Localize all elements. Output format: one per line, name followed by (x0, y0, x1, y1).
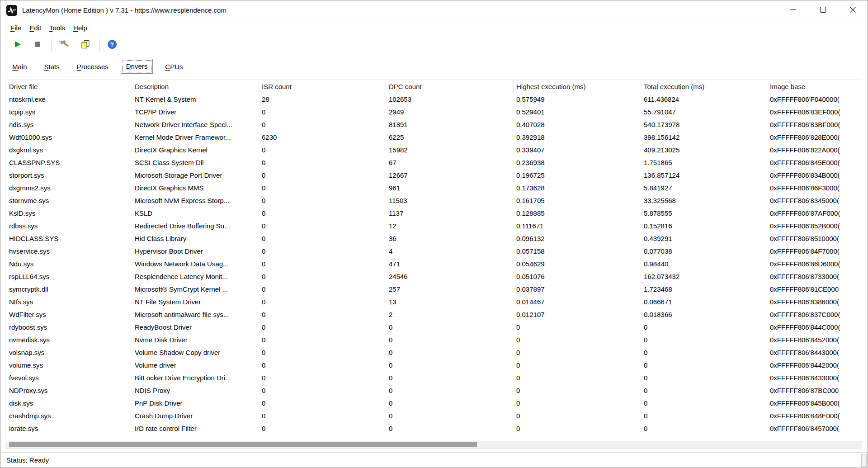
table-cell: 0xFFFFF806'8510000( (767, 232, 862, 245)
table-cell: 0.529401 (514, 106, 641, 118)
table-cell: 257 (386, 283, 514, 296)
minimize-button[interactable] (778, 0, 808, 20)
table-row[interactable]: rdyboost.sysReadyBoost Driver00000xFFFFF… (6, 321, 862, 334)
table-cell: volsnap.sys (6, 346, 132, 359)
table-cell: 0xFFFFF806'86F3000( (767, 182, 862, 194)
column-header-5[interactable]: Total execution (ms) (641, 80, 767, 93)
toolbar: ? (0, 35, 868, 55)
status-bar: Status: Ready (0, 452, 868, 468)
table-row[interactable]: Ndu.sysWindows Network Data Usag...04710… (6, 258, 862, 270)
copy-report-button[interactable] (79, 38, 92, 52)
table-cell: 0 (386, 422, 514, 435)
column-header-1[interactable]: Description (132, 80, 259, 93)
table-row[interactable]: volsnap.sysVolume Shadow Copy driver0000… (6, 346, 862, 359)
menu-item-edit[interactable]: Edit (25, 22, 45, 34)
table-row[interactable]: tcpip.sysTCP/IP Driver029490.52940155.79… (6, 106, 862, 118)
table-cell: Wdf01000.sys (6, 131, 132, 144)
table-row[interactable]: dxgmms2.sysDirectX Graphics MMS09610.173… (6, 182, 862, 194)
table-cell: 0xFFFFF806'852B000( (767, 220, 862, 232)
table-row[interactable]: rdbss.sysRedirected Drive Buffering Su..… (6, 220, 862, 232)
table-row[interactable]: WdFilter.sysMicrosoft antimalware file s… (6, 308, 862, 321)
close-button[interactable] (838, 0, 868, 20)
table-row[interactable]: stornvme.sysMicrosoft NVM Express Storp.… (6, 194, 862, 207)
table-row[interactable]: CLASSPNP.SYSSCSI Class System Dll0670.23… (6, 156, 862, 169)
table-cell: rdyboost.sys (6, 321, 132, 334)
table-cell: 4 (386, 245, 514, 258)
table-cell: 0xFFFFF806'844C000( (767, 321, 862, 334)
table-cell: 0.575949 (514, 93, 641, 106)
table-cell: 0.018366 (641, 308, 767, 321)
table-cell: 0xFFFFF806'86D6000( (767, 258, 862, 270)
table-cell: DirectX Graphics Kernel (132, 144, 259, 156)
table-row[interactable]: hvservice.sysHypervisor Boot Driver040.0… (6, 245, 862, 258)
table-cell: 0.161705 (514, 194, 641, 207)
table-cell: 0xFFFFF806'822A000( (767, 144, 862, 156)
table-row[interactable]: HIDCLASS.SYSHid Class Library0360.096132… (6, 232, 862, 245)
table-cell: 0 (386, 397, 514, 410)
menu-item-tools[interactable]: Tools (45, 22, 69, 34)
table-cell: dxgkrnl.sys (6, 144, 132, 156)
column-header-0[interactable]: Driver file (6, 80, 132, 93)
table-cell: 15982 (386, 144, 514, 156)
table-row[interactable]: dxgkrnl.sysDirectX Graphics Kernel015982… (6, 144, 862, 156)
table-row[interactable]: KslD.sysKSLD011370.1288855.8785550xFFFFF… (6, 207, 862, 220)
table-row[interactable]: disk.sysPnP Disk Driver00000xFFFFF806'84… (6, 397, 862, 410)
table-cell: dxgmms2.sys (6, 182, 132, 194)
table-cell: 0 (259, 346, 386, 359)
table-cell: 1.723468 (641, 283, 767, 296)
column-header-2[interactable]: ISR count (259, 80, 386, 93)
table-row[interactable]: iorate.sysI/O rate control Filter00000xF… (6, 422, 862, 435)
horizontal-scrollbar[interactable] (6, 441, 862, 448)
table-cell: 0 (259, 372, 386, 384)
table-cell: 0 (259, 422, 386, 435)
table-cell: 33.325568 (641, 194, 767, 207)
copy-pages-icon (80, 39, 90, 51)
tab-drivers[interactable]: Drivers (121, 59, 153, 74)
menu-item-file[interactable]: File (6, 22, 25, 34)
table-row[interactable]: Ntfs.sysNT File System Driver0130.014467… (6, 296, 862, 308)
maximize-button[interactable] (808, 0, 838, 20)
start-monitor-button[interactable] (11, 38, 24, 52)
table-cell: disk.sys (6, 397, 132, 410)
scrollbar-thumb[interactable] (9, 442, 477, 447)
table-cell: 67 (386, 156, 514, 169)
resize-grip[interactable] (861, 454, 867, 467)
table-row[interactable]: fvevol.sysBitLocker Drive Encryption Dri… (6, 372, 862, 384)
stop-monitor-button[interactable] (31, 38, 44, 52)
tools-button[interactable] (57, 38, 71, 52)
tab-main[interactable]: Main (7, 60, 32, 74)
table-cell: 0 (514, 422, 641, 435)
table-row[interactable]: symcryptk.dllMicrosoft® SymCrypt Kernel … (6, 283, 862, 296)
table-cell: ntoskrnl.exe (6, 93, 132, 106)
table-row[interactable]: ntoskrnl.exeNT Kernel & System281026530.… (6, 93, 862, 106)
table-cell: 471 (386, 258, 514, 270)
menu-item-help[interactable]: Help (69, 22, 91, 34)
table-cell: 0 (641, 397, 767, 410)
table-cell: 13 (386, 296, 514, 308)
column-header-6[interactable]: Image base (767, 80, 862, 93)
table-cell: 0.236938 (514, 156, 641, 169)
table-cell: Crash Dump Driver (132, 410, 259, 422)
help-button[interactable]: ? (105, 38, 119, 52)
tab-cpus[interactable]: CPUs (160, 60, 188, 74)
column-header-4[interactable]: Highest execution (ms) (514, 80, 641, 93)
column-header-3[interactable]: DPC count (386, 80, 514, 93)
table-row[interactable]: rspLLL64.sysResplendence Latency Monit..… (6, 270, 862, 283)
table-row[interactable]: storport.sysMicrosoft Storage Port Drive… (6, 169, 862, 182)
tab-stats[interactable]: Stats (39, 60, 65, 74)
table-cell: 0 (514, 359, 641, 372)
table-row[interactable]: Wdf01000.sysKernel Mode Driver Framewor.… (6, 131, 862, 144)
table-cell: tcpip.sys (6, 106, 132, 118)
table-cell: 0 (259, 270, 386, 283)
table-row[interactable]: crashdmp.sysCrash Dump Driver00000xFFFFF… (6, 410, 862, 422)
table-cell: DirectX Graphics MMS (132, 182, 259, 194)
table-row[interactable]: volume.sysVolume driver00000xFFFFF806'84… (6, 359, 862, 372)
table-cell: 0 (641, 422, 767, 435)
table-row[interactable]: nvmedisk.sysNvme Disk Driver00000xFFFFF8… (6, 334, 862, 346)
table-cell: 0.037897 (514, 283, 641, 296)
table-cell: 0 (386, 346, 514, 359)
tab-processes[interactable]: Processes (72, 60, 113, 74)
table-row[interactable]: ndis.sysNetwork Driver Interface Speci..… (6, 118, 862, 131)
table-cell: 0 (641, 334, 767, 346)
table-row[interactable]: NDProxy.sysNDIS Proxy00000xFFFFF806'87BC… (6, 384, 862, 397)
